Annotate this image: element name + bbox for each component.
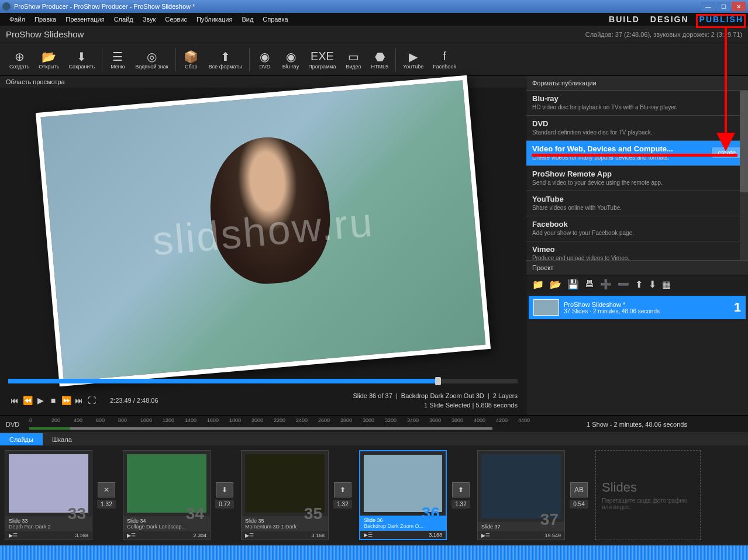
proj-down-icon[interactable]: ⬇	[649, 279, 656, 290]
proj-print-icon[interactable]: 🖶	[585, 279, 594, 290]
ruler-used	[29, 427, 70, 430]
format-youtube[interactable]: YouTubeShare videos online with YouTube.	[526, 191, 748, 216]
transition-icon[interactable]: ⬇	[216, 482, 233, 497]
tool-Меню[interactable]: ☰Меню	[105, 50, 130, 70]
scrubber-handle[interactable]	[435, 377, 441, 385]
ruler: DVD 020040060080010001200140016001800200…	[0, 415, 748, 433]
ruler-track[interactable]: 0200400600800100012001400160018002000220…	[29, 416, 526, 433]
proj-grid-icon[interactable]: ▦	[662, 279, 671, 290]
project-item[interactable]: ProShow Slideshow * 37 Slides - 2 minute…	[529, 296, 746, 319]
project-sub: 37 Slides - 2 minutes, 48.06 seconds	[564, 308, 660, 314]
proj-save-icon[interactable]: 💾	[567, 279, 579, 290]
slide-play-icon[interactable]: ▶☰	[364, 532, 373, 538]
last-button[interactable]: ⏭	[73, 394, 85, 407]
format-dvd[interactable]: DVDStandard definition video disc for TV…	[526, 116, 748, 141]
format-video-for-web--devices-and-compute---[interactable]: Video for Web, Devices and Compute...Cre…	[526, 141, 748, 166]
slide-play-icon[interactable]: ▶☰	[481, 533, 490, 538]
Все форматы-icon: ⬆	[217, 50, 233, 64]
slide-37[interactable]: 37Slide 37▶☰19.549	[477, 450, 565, 540]
slide-play-icon[interactable]: ▶☰	[127, 533, 136, 538]
document-title: ProShow Slideshow	[6, 29, 84, 39]
format-proshow-remote-app[interactable]: ProShow Remote AppSend a video to your d…	[526, 166, 748, 191]
play-button[interactable]: ▶	[34, 394, 47, 407]
tool-Открыть[interactable]: 📂Открыть	[34, 50, 64, 70]
viewtab-Шкала[interactable]: Шкала	[43, 433, 81, 445]
Сохранить-icon: ⬇	[74, 50, 90, 64]
preview-viewport[interactable]: slidshow.ru	[0, 88, 526, 375]
transition-34[interactable]: ⬇0.72	[211, 482, 239, 509]
menu-Звук[interactable]: Звук	[138, 16, 161, 23]
proj-folder-icon[interactable]: 📁	[532, 279, 544, 290]
rewind-button[interactable]: ⏪	[21, 394, 34, 407]
proj-remove-icon[interactable]: ➖	[618, 279, 629, 290]
slide-36[interactable]: 36Slide 36Backdrop Dark Zoom O...▶☰3.168	[359, 450, 447, 540]
transition-icon[interactable]: AB	[570, 482, 588, 497]
transition-icon[interactable]: ✕	[98, 482, 115, 497]
scrollbar-thumb[interactable]	[740, 91, 748, 192]
slides-dropzone[interactable]: SlidesПеретащите сюда фотографию или вид…	[595, 450, 701, 540]
tool-Видео[interactable]: ▭Видео	[340, 50, 366, 70]
tool-Сохранить[interactable]: ⬇Сохранить	[64, 50, 100, 70]
menu-Вид[interactable]: Вид	[237, 16, 258, 23]
scrollbar[interactable]	[740, 91, 748, 260]
format-facebook[interactable]: FacebookAdd your show to your Facebook p…	[526, 216, 748, 241]
tick: 4400	[518, 417, 530, 423]
tool-Создать[interactable]: ⊕Создать	[5, 50, 34, 70]
transition-36[interactable]: ⬆1.32	[447, 482, 475, 509]
slides-timeline: 33Slide 33Depth Pan Dark 2▶☰3.168✕1.3234…	[0, 445, 748, 545]
menu-Презентация[interactable]: Презентация	[61, 16, 109, 23]
tool-HTML5[interactable]: ⬣HTML5	[366, 50, 393, 70]
tick: 1400	[185, 417, 197, 423]
mode-design[interactable]: DESIGN	[650, 15, 689, 24]
mode-build[interactable]: BUILD	[609, 15, 640, 24]
create-button[interactable]: create	[711, 147, 742, 158]
transition-icon[interactable]: ⬆	[452, 482, 470, 497]
transition-icon[interactable]: ⬆	[334, 482, 351, 497]
menu-Файл[interactable]: Файл	[5, 16, 30, 23]
tool-Сбор[interactable]: 📦Сбор	[178, 50, 204, 70]
minimize-button[interactable]: —	[701, 2, 715, 11]
menu-Справка[interactable]: Справка	[258, 16, 292, 23]
proj-add-icon[interactable]: ➕	[600, 279, 612, 290]
slide-play-icon[interactable]: ▶☰	[9, 533, 18, 538]
tool-DVD[interactable]: ◉DVD	[252, 50, 278, 70]
Водяной знак-icon: ◎	[144, 50, 160, 64]
tool-Blu-ray[interactable]: ◉Blu-ray	[278, 50, 304, 70]
transition-33[interactable]: ✕1.32	[92, 482, 120, 509]
tool-Facebook[interactable]: fFacebook	[428, 50, 461, 70]
tool-YouTube[interactable]: ▶YouTube	[398, 50, 428, 70]
selection-info: 1 Slide Selected | 5.808 seconds	[353, 400, 518, 410]
tick: 2600	[318, 417, 330, 423]
publish-panel: Форматы публикации Blu-rayHD video disc …	[526, 76, 748, 415]
menu-Правка[interactable]: Правка	[30, 16, 61, 23]
proj-up-icon[interactable]: ⬆	[635, 279, 643, 290]
slide-33[interactable]: 33Slide 33Depth Pan Dark 2▶☰3.168	[5, 450, 92, 540]
format-vimeo[interactable]: VimeoProduce and upload videos to Vimeo.	[526, 241, 748, 260]
tool-Все форматы[interactable]: ⬆Все форматы	[204, 50, 247, 70]
slide-play-icon[interactable]: ▶☰	[245, 533, 254, 538]
scrubber[interactable]	[8, 379, 518, 383]
close-button[interactable]: ✕	[732, 2, 746, 11]
maximize-button[interactable]: ☐	[716, 2, 730, 11]
slide-35[interactable]: 35Slide 35Momentum 3D 1 Dark▶☰3.168	[241, 450, 329, 540]
tool-Водяной знак[interactable]: ◎Водяной знак	[130, 50, 173, 70]
Открыть-icon: 📂	[41, 50, 57, 64]
format-blu-ray[interactable]: Blu-rayHD video disc for playback on TVs…	[526, 91, 748, 116]
stop-button[interactable]: ■	[47, 394, 60, 407]
YouTube-icon: ▶	[405, 50, 422, 64]
transition-35[interactable]: ⬆1.32	[329, 482, 357, 509]
audio-waveform[interactable]	[0, 545, 748, 560]
slide-34[interactable]: 34Slide 34Collage Dark Landscap...▶☰2.30…	[123, 450, 211, 540]
forward-button[interactable]: ⏩	[60, 394, 73, 407]
menu-Публикация[interactable]: Публикация	[192, 16, 237, 23]
proj-open-icon[interactable]: 📂	[550, 279, 561, 290]
mode-publish[interactable]: PUBLISH	[699, 15, 743, 24]
viewtab-Слайды[interactable]: Слайды	[0, 433, 43, 445]
fullscreen-button[interactable]: ⛶	[85, 394, 98, 407]
transition-37[interactable]: AB0.54	[565, 482, 593, 509]
layer-count: 2 Layers	[493, 392, 518, 399]
menu-Сервис[interactable]: Сервис	[160, 16, 192, 23]
first-button[interactable]: ⏮	[8, 394, 21, 407]
tool-Программа[interactable]: EXEПрограмма	[304, 50, 340, 70]
menu-Слайд[interactable]: Слайд	[109, 16, 138, 23]
